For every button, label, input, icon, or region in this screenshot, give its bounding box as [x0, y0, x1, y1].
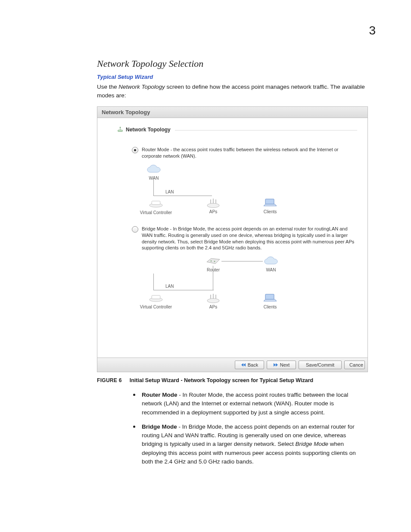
mode-bullet-list: Router Mode - In Router Mode, the access…	[97, 389, 368, 466]
router-mode-text: Router Mode - the access point routes tr…	[142, 146, 357, 159]
bridge-mode-diagram: Router WAN LAN	[142, 255, 357, 316]
virtual-controller-node: Virtual Controller	[139, 292, 173, 309]
fieldset-label: Network Topology	[115, 127, 172, 133]
svg-point-5	[207, 203, 219, 208]
router-mode-option[interactable]: Router Mode - the access point routes tr…	[132, 146, 357, 159]
svg-rect-18	[265, 294, 274, 299]
figure-caption: Initial Setup Wizard - Network Topology …	[130, 377, 313, 383]
aps-node: APs	[206, 292, 221, 309]
svg-rect-13	[152, 296, 160, 299]
diagram-line	[153, 179, 154, 196]
bridge-mode-option[interactable]: Bridge Mode - In Bridge Mode, the access…	[132, 226, 357, 251]
virtual-controller-node: Virtual Controller	[139, 198, 173, 215]
fieldset-rule	[175, 130, 357, 131]
cloud-icon	[264, 255, 278, 267]
aps-node: APs	[206, 197, 221, 214]
panel-title: Network Topology	[97, 107, 367, 118]
lan-label: LAN	[165, 190, 174, 194]
svg-point-2	[120, 127, 121, 128]
cancel-button[interactable]: Cance	[344, 361, 365, 369]
bridge-mode-radio[interactable]	[132, 226, 138, 233]
diagram-line	[213, 266, 213, 290]
section-heading: Network Topology Selection	[97, 58, 368, 69]
next-button[interactable]: Next	[267, 361, 296, 369]
forward-icon	[273, 363, 278, 367]
router-node: Router	[206, 255, 221, 272]
page-number: 3	[369, 24, 376, 37]
lan-label: LAN	[165, 284, 174, 289]
laptop-icon	[263, 292, 277, 304]
diagram-line	[179, 196, 212, 196]
page: 3 Network Topology Selection Typical Set…	[0, 0, 411, 532]
back-button[interactable]: Back	[235, 361, 264, 369]
ap-icon	[206, 292, 221, 304]
svg-point-11	[214, 261, 215, 262]
diagram-line	[221, 261, 263, 261]
svg-rect-4	[152, 201, 160, 205]
cloud-icon	[146, 164, 161, 175]
diagram-line	[153, 274, 154, 290]
svg-rect-9	[265, 199, 274, 204]
bridge-mode-bullet: Bridge Mode - In Bridge Mode, the access…	[140, 421, 368, 466]
intro-paragraph: Use the Network Topology screen to defin…	[97, 83, 368, 100]
panel-footer: Back Next Save/Commit Cance	[97, 358, 367, 372]
content-column: Network Topology Selection Typical Setup…	[97, 58, 368, 466]
controller-icon	[149, 198, 163, 209]
laptop-icon	[263, 197, 277, 208]
router-mode-radio[interactable]	[132, 147, 138, 153]
ap-icon	[117, 127, 123, 133]
router-icon	[206, 255, 221, 267]
diagram-line	[153, 290, 214, 290]
save-commit-button[interactable]: Save/Commit	[299, 361, 342, 369]
figure-label: FIGURE 6	[97, 377, 122, 383]
figure-caption-row: FIGURE 6 Initial Setup Wizard - Network …	[97, 377, 368, 383]
panel-body: Network Topology Router Mode - the acces…	[97, 118, 367, 358]
clients-node: Clients	[263, 197, 277, 214]
diagram-line	[153, 196, 179, 196]
network-topology-panel: Network Topology Network Topology Router…	[97, 106, 368, 372]
svg-point-14	[207, 299, 219, 303]
router-mode-diagram: WAN LAN Virtual Controller	[142, 164, 357, 220]
bridge-mode-text: Bridge Mode - In Bridge Mode, the access…	[142, 226, 357, 251]
wizard-link[interactable]: Typical Setup Wizard	[97, 74, 368, 80]
ap-icon	[206, 197, 221, 208]
wan-node: WAN	[146, 164, 161, 180]
svg-point-10	[211, 261, 212, 262]
svg-rect-0	[118, 130, 123, 132]
router-mode-bullet: Router Mode - In Router Mode, the access…	[140, 389, 368, 417]
wan-node: WAN	[264, 255, 278, 272]
clients-node: Clients	[263, 292, 277, 309]
controller-icon	[149, 292, 163, 304]
rewind-icon	[241, 363, 246, 367]
